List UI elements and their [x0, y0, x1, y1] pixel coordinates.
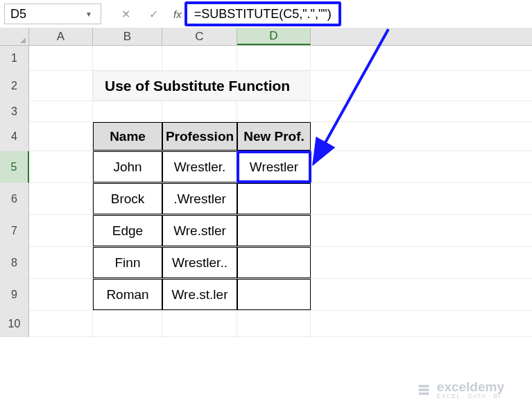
watermark-subtitle: EXCEL · DATA · BI: [437, 393, 504, 400]
cell-d3[interactable]: [237, 101, 311, 121]
cell-a10[interactable]: [29, 311, 93, 336]
name-box-dropdown-icon[interactable]: ▼: [83, 10, 95, 18]
table-cell-newprof-2[interactable]: [237, 215, 311, 246]
cell-c3[interactable]: [162, 101, 237, 121]
cancel-icon[interactable]: ✕: [118, 6, 133, 22]
row-header-4[interactable]: 4: [0, 122, 29, 151]
function-buttons: ✕ ✓ fx: [118, 6, 182, 22]
title-cell[interactable]: Use of Substitute Function: [93, 71, 311, 101]
column-header-c[interactable]: C: [162, 28, 237, 45]
formula-text: =SUBSTITUTE(C5,".",""): [194, 7, 332, 22]
table-cell-name-0[interactable]: John: [93, 151, 162, 182]
cell-b1[interactable]: [93, 46, 162, 70]
row-header-2[interactable]: 2: [0, 71, 29, 101]
cell-d1[interactable]: [237, 46, 311, 70]
watermark: exceldemy EXCEL · DATA · BI: [416, 380, 504, 400]
table-cell-prof-0[interactable]: Wrestler.: [162, 151, 237, 182]
formula-input[interactable]: =SUBSTITUTE(C5,".",""): [185, 1, 341, 26]
table-header-name[interactable]: Name: [93, 122, 162, 151]
cell-a4[interactable]: [29, 122, 93, 151]
watermark-icon: [416, 382, 431, 397]
cell-a6[interactable]: [29, 183, 93, 214]
column-header-b[interactable]: B: [93, 28, 162, 45]
name-box[interactable]: D5 ▼: [4, 3, 101, 24]
table-cell-newprof-3[interactable]: [237, 247, 311, 278]
cell-b10[interactable]: [93, 311, 162, 336]
column-header-d[interactable]: D: [237, 28, 311, 45]
formula-bar-area: D5 ▼ ✕ ✓ fx =SUBSTITUTE(C5,".",""): [0, 0, 532, 28]
table-cell-name-2[interactable]: Edge: [93, 215, 162, 246]
name-box-value: D5: [10, 7, 26, 22]
table-header-profession[interactable]: Profession: [162, 122, 237, 151]
select-all-corner[interactable]: [0, 28, 29, 45]
table-cell-name-3[interactable]: Finn: [93, 247, 162, 278]
watermark-title: exceldemy: [437, 380, 504, 393]
row-header-8[interactable]: 8: [0, 247, 29, 279]
enter-icon[interactable]: ✓: [146, 6, 161, 22]
cell-a7[interactable]: [29, 215, 93, 246]
row-header-9[interactable]: 9: [0, 279, 29, 311]
row-header-7[interactable]: 7: [0, 215, 29, 247]
cell-b3[interactable]: [93, 101, 162, 121]
fx-icon[interactable]: fx: [173, 8, 182, 20]
row-headers: 1 2 3 4 5 6 7 8 9 10: [0, 46, 29, 337]
table-cell-newprof-4[interactable]: [237, 279, 311, 310]
table-cell-prof-4[interactable]: Wre.st.ler: [162, 279, 237, 310]
row-header-5[interactable]: 5: [0, 151, 29, 183]
table-cell-name-1[interactable]: Brock: [93, 183, 162, 214]
cell-d10[interactable]: [237, 311, 311, 336]
row-header-6[interactable]: 6: [0, 183, 29, 215]
cell-a3[interactable]: [29, 101, 93, 121]
table-cell-newprof-1[interactable]: [237, 183, 311, 214]
cell-c10[interactable]: [162, 311, 237, 336]
spreadsheet-grid: A B C D 1 2 3 4 5 6 7 8 9 10: [0, 28, 532, 337]
row-header-3[interactable]: 3: [0, 101, 29, 122]
table-cell-prof-2[interactable]: Wre.stler: [162, 215, 237, 246]
cells-area: Use of Substitute Function Name Professi…: [29, 46, 532, 337]
column-headers: A B C D: [0, 28, 532, 46]
row-header-1[interactable]: 1: [0, 46, 29, 71]
cell-a1[interactable]: [29, 46, 93, 70]
cell-a5[interactable]: [29, 151, 93, 182]
cell-c1[interactable]: [162, 46, 237, 70]
table-cell-newprof-0[interactable]: Wrestler: [237, 151, 311, 182]
table-cell-prof-3[interactable]: Wrestler..: [162, 247, 237, 278]
table-cell-name-4[interactable]: Roman: [93, 279, 162, 310]
column-header-a[interactable]: A: [29, 28, 93, 45]
cell-a8[interactable]: [29, 247, 93, 278]
cell-a9[interactable]: [29, 279, 93, 310]
cell-a2[interactable]: [29, 71, 93, 101]
row-header-10[interactable]: 10: [0, 311, 29, 337]
table-cell-prof-1[interactable]: .Wrestler: [162, 183, 237, 214]
table-header-newprof[interactable]: New Prof.: [237, 122, 311, 151]
